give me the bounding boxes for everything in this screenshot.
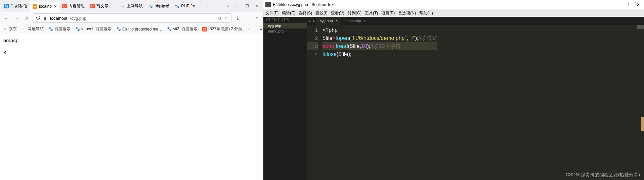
minimize-button[interactable]: — <box>614 2 618 7</box>
tab-label: PHP fread <box>181 4 200 8</box>
tab-label: (1 封私信 <box>10 3 27 9</box>
shield-icon[interactable]: 🛡 <box>36 16 40 21</box>
sidebar-file-cyg[interactable]: cyg.php <box>263 23 307 28</box>
file-tabs: ◂ ▸ cyg.php× demo.php× <box>307 17 644 25</box>
title-bar[interactable]: F:\6\htdocs\cyg.php - Sublime Text — ☐ ✕ <box>263 0 644 9</box>
page-text-line1: ampsp <box>3 38 260 43</box>
window-controls: — ☐ ✕ <box>614 2 642 7</box>
bookmark-yii2[interactable]: 🐾yii2_百度搜索 <box>167 26 198 32</box>
page-text-line2: k <box>3 49 260 55</box>
line-gutter: 1 2 3 4 <box>307 25 320 180</box>
csdn-icon: C <box>62 4 67 8</box>
menu-icon[interactable]: ≡ <box>253 15 260 21</box>
tab-localhost[interactable]: ≡localho× <box>30 1 59 12</box>
tab-label: 内容管理 <box>69 3 85 9</box>
tab-csdn2[interactable]: C写文章-CS <box>87 1 118 11</box>
chevron-down-icon[interactable]: ∨ <box>226 4 229 8</box>
tab-zhihu[interactable]: 知(1 封私信 <box>1 1 30 11</box>
menu-preferences[interactable]: 首选项(N) <box>398 10 416 16</box>
sidebar: OPEN FILES cyg.php demo.php <box>263 17 307 180</box>
paw-icon: 🐾 <box>148 4 153 8</box>
paw-icon: 🐾 <box>175 4 179 8</box>
close-button[interactable]: ✕ <box>255 4 258 8</box>
tab-nav[interactable]: 🛡上网导航 <box>118 1 145 11</box>
minimap[interactable] <box>637 25 644 38</box>
sidebar-file-demo[interactable]: demo.php <box>263 28 307 34</box>
doc-icon: 🗎 <box>43 16 47 21</box>
maximize-button[interactable]: ☐ <box>626 2 629 7</box>
csdn-icon: C <box>90 4 95 8</box>
paw-icon: 🐾 <box>48 27 53 32</box>
close-icon[interactable]: × <box>336 18 338 23</box>
zhihu-icon: 知 <box>4 4 9 8</box>
bookmark-call[interactable]: 🐾Call to protected me… <box>116 27 162 32</box>
tab-php2[interactable]: 🐾PHP fread <box>172 1 202 11</box>
watermark: CSDN @贵哥的编程之路(热爱分享) <box>566 172 640 178</box>
url-bar[interactable]: 🛡 🗎 localhost/cyg.php ⧉ ☆ <box>33 13 231 23</box>
menu-help[interactable]: 帮助(H) <box>419 10 433 16</box>
menu-tools[interactable]: 工具(T) <box>365 10 378 16</box>
sublime-icon <box>265 2 271 7</box>
sublime-window: F:\6\htdocs\cyg.php - Sublime Text — ☐ ✕… <box>263 0 644 180</box>
back-button[interactable]: ← <box>3 15 10 21</box>
csdn-icon: C <box>202 27 207 32</box>
reload-button[interactable]: ⟳ <box>23 15 30 21</box>
window-controls: ∨ — ☐ ✕ <box>223 4 262 8</box>
editor-main: ◂ ▸ cyg.php× demo.php× 1 2 3 4 <?php$fil… <box>307 17 644 180</box>
tab-nav-right-icon[interactable]: ▸ <box>312 19 316 23</box>
tab-php1[interactable]: 🐾php参考 <box>145 1 172 11</box>
browser-window: 知(1 封私信 ≡localho× C内容管理 C写文章-CS 🛡上网导航 🐾p… <box>0 0 263 180</box>
paw-icon: 🐾 <box>75 27 80 32</box>
paw-icon: 🐾 <box>167 27 172 32</box>
close-icon[interactable]: × <box>363 18 366 23</box>
new-tab-button[interactable]: + <box>202 1 210 11</box>
menu-project[interactable]: 项目(P) <box>381 10 395 16</box>
tab-label: localho <box>39 4 52 9</box>
close-icon[interactable]: × <box>54 4 57 9</box>
menu-file[interactable]: 文件(F) <box>265 10 278 16</box>
close-button[interactable]: ✕ <box>637 2 640 7</box>
menu-edit[interactable]: 编辑(E) <box>282 10 295 16</box>
menu-view[interactable]: 查看(V) <box>331 10 344 16</box>
paw-icon: 🐾 <box>116 27 121 32</box>
menu-find[interactable]: 查找(I) <box>315 10 327 16</box>
xampp-icon: ≡ <box>33 4 37 9</box>
nav-bar: ← → ⟳ 🛡 🗎 localhost/cyg.php ⧉ ☆ ⤓ ≡ <box>0 12 263 24</box>
menu-select[interactable]: 选择(S) <box>299 10 312 16</box>
editor-body: OPEN FILES cyg.php demo.php ◂ ▸ cyg.php×… <box>263 17 644 180</box>
forward-button[interactable]: → <box>13 15 20 21</box>
minimize-button[interactable]: — <box>235 4 239 8</box>
shield-icon: 🛡 <box>120 4 125 8</box>
menu-goto[interactable]: 转到(G) <box>348 10 361 16</box>
download-icon[interactable]: ⤓ <box>234 15 242 21</box>
tab-csdn1[interactable]: C内容管理 <box>59 1 87 11</box>
bookmarks-bar: ⊕京东 ⊕网址导航 🐾百度搜索 🐾laravel_百度搜索 🐾Call to p… <box>0 24 263 34</box>
bookmark-laravel[interactable]: 🐾laravel_百度搜索 <box>75 26 112 32</box>
url-domain: localhost <box>50 16 67 21</box>
url-path: /cyg.php <box>70 16 86 21</box>
tabs-bar: 知(1 封私信 ≡localho× C内容管理 C写文章-CS 🛡上网导航 🐾p… <box>0 0 263 12</box>
tab-nav-left-icon[interactable]: ◂ <box>307 19 312 23</box>
bookmark-jd[interactable]: ⊕京东 <box>3 26 17 32</box>
code-area[interactable]: <?php$file=fopen("F:/6/htdocs/demo.php",… <box>320 25 437 180</box>
tab-label: php参考 <box>155 3 169 9</box>
scrollbar[interactable] <box>641 117 644 131</box>
globe-icon: ⊕ <box>22 27 26 32</box>
tab-label: 写文章-CS <box>96 3 115 9</box>
star-icon[interactable]: ☆ <box>224 15 228 21</box>
window-title: F:\6\htdocs\cyg.php - Sublime Text <box>273 2 335 7</box>
menu-bar: 文件(F) 编辑(E) 选择(S) 查找(I) 查看(V) 转到(G) 工具(T… <box>263 9 644 17</box>
reader-icon[interactable]: ⧉ <box>218 15 221 21</box>
bookmark-wz[interactable]: ⊕网址导航 <box>22 26 44 32</box>
bookmarks-more[interactable]: » <box>260 27 262 32</box>
globe-icon: ⊕ <box>3 27 7 32</box>
maximize-button[interactable]: ☐ <box>245 4 249 8</box>
file-tab-demo[interactable]: demo.php× <box>341 17 370 25</box>
sidebar-head: OPEN FILES <box>263 17 307 23</box>
code-editor[interactable]: 1 2 3 4 <?php$file=fopen("F:/6/htdocs/de… <box>307 25 644 180</box>
page-content: ampsp k <box>0 34 263 180</box>
bookmark-baidu[interactable]: 🐾百度搜索 <box>48 26 71 32</box>
file-tab-cyg[interactable]: cyg.php× <box>316 17 341 25</box>
bookmark-msg[interactable]: C(527条消息) 2.分类、… <box>202 26 250 32</box>
tab-label: 上网导航 <box>127 3 143 9</box>
